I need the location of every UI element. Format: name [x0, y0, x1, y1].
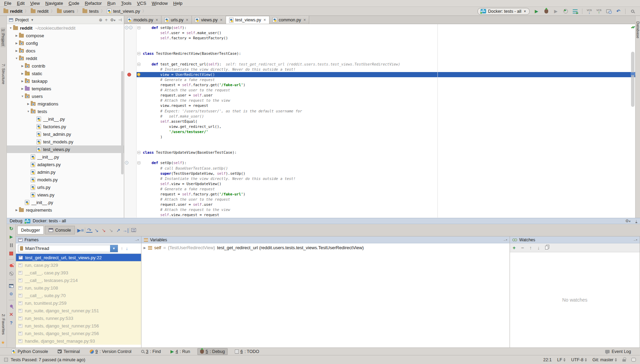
tree-item-factories-py[interactable]: factories.py [7, 123, 124, 130]
tree-item-static[interactable]: ▶static [7, 70, 124, 77]
step-over-button[interactable]: ↷ [86, 227, 92, 233]
code-line-19[interactable]: self.assertEqual( [124, 119, 635, 124]
mute-breakpoints-button[interactable] [9, 271, 14, 276]
code-line-10[interactable]: view = UserRedirectView() [124, 72, 635, 77]
frame-row[interactable]: run_suite, django_test_runner.py:151 [16, 307, 141, 314]
expand-arrow-icon[interactable]: ▶ [14, 209, 19, 212]
breakpoint-icon[interactable] [127, 73, 131, 77]
close-button[interactable]: ✕ [9, 312, 14, 317]
code-line-6[interactable]: −class TestUserRedirectView(BaseUserTest… [124, 51, 635, 56]
intention-bulb-icon[interactable] [137, 73, 140, 76]
tree-item-models-py[interactable]: models.py [7, 176, 124, 183]
tree-item-adapters-py[interactable]: adapters.py [7, 161, 124, 168]
tree-item-docs[interactable]: ▶docs [7, 47, 124, 54]
stop-button[interactable] [9, 251, 14, 256]
debug-button[interactable] [543, 8, 549, 14]
code-line-3[interactable]: self.factory = RequestFactory() [124, 36, 635, 41]
tree-item-test-views-py[interactable]: test_views.py [7, 145, 124, 153]
tool-strip-button-2-favorites[interactable]: 2: Favorites [1, 314, 6, 335]
editor-tab-test-views-py[interactable]: test_views.py× [226, 16, 269, 24]
toolwindow-toggle-icon[interactable] [4, 358, 8, 362]
float-window-icon[interactable]: →▪ [632, 238, 637, 242]
expand-arrow-icon[interactable]: ▶ [20, 87, 25, 90]
menu-item-run[interactable]: Run [105, 0, 118, 6]
close-icon[interactable]: × [303, 18, 306, 22]
code-line-16[interactable]: view.request = request [124, 103, 635, 108]
lock-icon[interactable] [622, 359, 626, 362]
frame-row[interactable]: run_tests, django_test_runner.py:256 [16, 330, 141, 337]
frame-row[interactable]: run, suite.py:108 [16, 284, 141, 292]
close-icon[interactable]: × [264, 18, 266, 22]
code-line-30[interactable]: # Instantiate the view directly. Never d… [124, 176, 635, 181]
highlighting-level-icon[interactable] [631, 358, 636, 362]
menu-item-help[interactable]: Help [170, 0, 185, 6]
frame-row[interactable]: __call__, case.py:393 [16, 269, 141, 276]
float-window-icon[interactable]: →▪ [134, 238, 139, 242]
thread-select[interactable]: MainThread ▼ [18, 245, 118, 252]
variable-row[interactable]: ▶ self = {TestUserRedirectView} test_get… [144, 245, 510, 250]
resume-button[interactable]: ▶ [9, 234, 14, 240]
caret-position-widget[interactable]: 22:1 [543, 357, 552, 362]
inspections-ok-icon[interactable]: ✔✔ [631, 25, 634, 30]
tree-item-users[interactable]: ▼users [7, 92, 124, 100]
hide-window-icon[interactable]: ↓ [636, 219, 638, 223]
toolwindow-button-todo[interactable]: 6: TODO [233, 348, 262, 355]
profiler-button[interactable] [563, 8, 568, 14]
menu-item-vcs[interactable]: VCS [134, 0, 149, 6]
expand-arrow-icon[interactable]: ▶ [14, 49, 19, 52]
expand-arrow-icon[interactable]: ▶ [14, 34, 19, 37]
tree-item-compose[interactable]: ▶compose [7, 32, 124, 39]
line-ending-widget[interactable]: LF [557, 357, 566, 362]
remove-watch-button[interactable]: − [521, 245, 524, 251]
toolwindow-button-python-console[interactable]: Python Console [9, 348, 50, 355]
code-line-34[interactable]: # Attach the user to the request [124, 197, 635, 202]
expand-arrow-icon[interactable]: ▶ [20, 72, 25, 75]
code-line-17[interactable]: # Expect: '/users/testuser/', as that is… [124, 109, 635, 114]
editor-tab-models-py[interactable]: models.py× [124, 16, 161, 24]
code-line-21[interactable]: '/users/testuser/' [124, 129, 635, 134]
frame-row[interactable]: __call__, suite.py:70 [16, 292, 141, 299]
menu-item-code[interactable]: Code [66, 0, 82, 6]
code-line-5[interactable] [124, 46, 635, 51]
menu-item-window[interactable]: Window [149, 0, 170, 6]
tree-item-init-py[interactable]: __init__.py [7, 153, 124, 161]
tree-item-init-py[interactable]: __init__.py [7, 199, 124, 206]
gear-icon[interactable]: ⚙▾ [625, 219, 630, 223]
expand-arrow-icon[interactable]: ▶ [20, 64, 25, 68]
restore-layout-button[interactable] [9, 283, 14, 289]
previous-frame-button[interactable]: ↑ [121, 246, 123, 251]
close-icon[interactable]: × [220, 18, 223, 22]
override-marker-icon[interactable]: ↑↓ [125, 26, 132, 29]
tree-item-admin-py[interactable]: admin.py [7, 168, 124, 176]
next-frame-button[interactable]: ↓ [126, 246, 128, 251]
step-into-button[interactable]: ↘ [93, 227, 100, 233]
encoding-widget[interactable]: UTF-8 [571, 357, 587, 362]
gear-icon[interactable]: ⚙▾ [110, 18, 115, 22]
concurrency-diagram-button[interactable] [572, 8, 578, 14]
code-line-23[interactable] [124, 140, 635, 145]
tree-item-init-py[interactable]: __init__.py [7, 115, 124, 123]
debug-tab-debugger[interactable]: Debugger [17, 226, 44, 234]
tree-item-test-models-py[interactable]: test_models.py [7, 138, 124, 145]
expand-arrow-icon[interactable]: ▶ [20, 80, 25, 83]
code-editor[interactable]: ↑↓− def setUp(self): self.user = self.ma… [124, 24, 635, 218]
code-line-8[interactable]: − def test_get_redirect_url(self): self:… [124, 62, 635, 67]
move-watch-up-button[interactable]: ↑ [529, 245, 532, 251]
expand-arrow-icon[interactable]: ▶ [14, 42, 19, 45]
tree-item-test-admin-py[interactable]: test_admin.py [7, 130, 124, 138]
expand-arrow-icon[interactable]: ▶ [26, 102, 31, 105]
breadcrumb-item-test-views-py[interactable]: test_views.py [107, 9, 140, 14]
code-line-2[interactable]: self.user = self.make_user() [124, 30, 635, 36]
git-branch-widget[interactable]: Git: master [592, 357, 617, 362]
override-marker-icon[interactable]: ↑ [125, 161, 128, 164]
code-line-4[interactable] [124, 41, 635, 46]
pin-tab-button[interactable] [9, 303, 14, 309]
toolwindow-button-terminal[interactable]: Terminal [55, 348, 82, 355]
smart-step-into-button[interactable]: ↘ [108, 227, 114, 233]
toolwindow-button-find[interactable]: 3: Find [139, 348, 163, 355]
frame-row[interactable]: run_tests, django_test_runner.py:156 [16, 322, 141, 330]
collapse-arrow-icon[interactable]: ▼ [8, 27, 13, 30]
hide-panel-icon[interactable]: ⊣ [118, 18, 122, 22]
code-line-1[interactable]: ↑↓− def setUp(self): [124, 25, 635, 30]
code-line-25[interactable]: −class TestUserUpdateView(BaseUserTestCa… [124, 150, 635, 155]
